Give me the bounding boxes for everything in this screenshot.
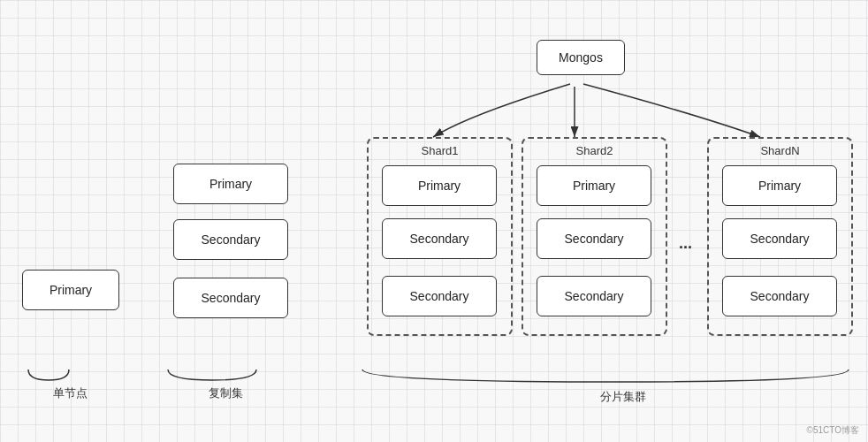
sharded-cluster-label: 分片集群 — [513, 389, 734, 405]
mongos-label: Mongos — [559, 50, 603, 65]
repl-secondary2-box: Secondary — [173, 278, 288, 318]
shard2-secondary2-label: Secondary — [565, 289, 624, 303]
single-node-label: 单节点 — [19, 385, 121, 401]
shardN-primary-label: Primary — [758, 179, 801, 193]
shard1-primary-label: Primary — [418, 179, 461, 193]
shardN-title: ShardN — [709, 144, 851, 157]
shard2-group: Shard2 Primary Secondary Secondary — [522, 137, 667, 336]
shard2-secondary2-box: Secondary — [537, 276, 651, 316]
shard1-secondary1-box: Secondary — [382, 218, 497, 259]
shard1-secondary2-label: Secondary — [410, 289, 469, 303]
repl-primary-label: Primary — [209, 177, 252, 191]
repl-secondary1-box: Secondary — [173, 219, 288, 260]
mongos-box: Mongos — [537, 40, 625, 75]
shard2-secondary1-box: Secondary — [537, 218, 651, 259]
diagram: Primary 单节点 Primary Secondary Secondary … — [0, 0, 868, 442]
replica-set-label: 复制集 — [168, 385, 283, 401]
copyright-text: ©51CTO博客 — [807, 424, 859, 437]
shardN-secondary1-label: Secondary — [750, 232, 810, 246]
repl-secondary1-label: Secondary — [202, 232, 261, 247]
shard1-title: Shard1 — [369, 144, 511, 157]
shardN-secondary2-label: Secondary — [750, 289, 810, 303]
shardN-primary-box: Primary — [722, 165, 837, 206]
shard2-title: Shard2 — [523, 144, 666, 157]
shardN-secondary2-box: Secondary — [722, 276, 837, 316]
single-primary-box: Primary — [22, 270, 119, 310]
single-primary-label: Primary — [49, 283, 92, 297]
shard1-secondary2-box: Secondary — [382, 276, 497, 316]
shardN-group: ShardN Primary Secondary Secondary — [707, 137, 853, 336]
shardN-secondary1-box: Secondary — [722, 218, 837, 259]
shard1-secondary1-label: Secondary — [410, 232, 469, 246]
shard2-primary-label: Primary — [573, 179, 615, 193]
repl-secondary2-label: Secondary — [202, 291, 261, 305]
ellipsis: ... — [679, 234, 692, 253]
shard1-primary-box: Primary — [382, 165, 497, 206]
shard2-secondary1-label: Secondary — [565, 232, 624, 246]
repl-primary-box: Primary — [173, 164, 288, 204]
shard2-primary-box: Primary — [537, 165, 651, 206]
shard1-group: Shard1 Primary Secondary Secondary — [367, 137, 513, 336]
